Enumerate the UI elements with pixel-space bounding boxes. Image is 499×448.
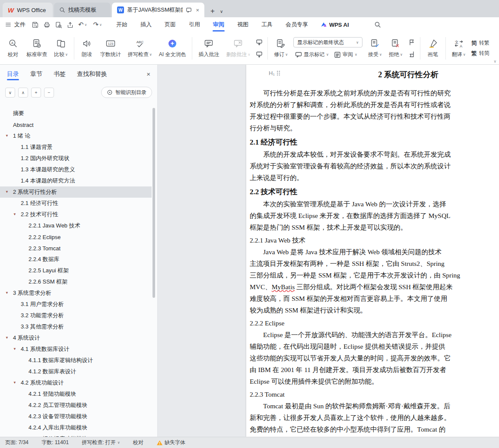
undo-button[interactable]: ↶: [78, 21, 84, 28]
toc-item[interactable]: 2.2.1 Java Web 技术: [0, 220, 152, 231]
ink-brush-button[interactable]: 画笔: [423, 36, 442, 60]
toc-item[interactable]: ▼2 系统可行性分析: [0, 186, 152, 198]
reject-revision-button[interactable]: 拒绝∨: [386, 36, 406, 60]
document-page[interactable]: H₁ 2 系统可行性分析 可行性分析是在开发系统之前对系统的开发是否有可行性的研…: [246, 65, 499, 437]
toc-item[interactable]: 2.2.3 Tomcat: [0, 243, 152, 254]
print-button[interactable]: [43, 21, 51, 28]
menu-tab-引用[interactable]: 引用: [182, 17, 207, 32]
toc-item[interactable]: 4.2.2 员工管理功能模块: [0, 400, 152, 411]
sidebar-tab-目录[interactable]: 目录: [7, 65, 19, 83]
undo-history-caret-icon[interactable]: ∨: [85, 23, 87, 27]
toc-item[interactable]: ▼4 系统设计: [0, 332, 152, 344]
drag-handle-icon[interactable]: [277, 70, 280, 76]
read-aloud-button[interactable]: 朗读: [77, 36, 96, 60]
sidebar-tab-查找和替换[interactable]: 查找和替换: [77, 65, 107, 83]
spell-check-button[interactable]: ABC 拼写检查∨: [125, 36, 155, 60]
menu-tab-插入[interactable]: 插入: [134, 17, 158, 32]
toc-item[interactable]: 4.2.5 报修报废功能模块: [0, 433, 152, 437]
file-menu-button[interactable]: 文件: [5, 21, 25, 28]
previous-revision-button[interactable]: [407, 38, 417, 47]
markup-state-select[interactable]: 显示标记的最终状态 ∨: [293, 37, 362, 47]
toc-item[interactable]: 1.3 本课题研究的意义: [0, 164, 152, 175]
toc-item[interactable]: 2.1 经济可行性: [0, 198, 152, 209]
heading-level-badge[interactable]: H₁: [269, 70, 280, 76]
smart-toc-button[interactable]: 智能识别目录: [101, 87, 152, 98]
tab-template[interactable]: 找稿壳模板: [54, 3, 111, 17]
collapse-all-button[interactable]: ∨: [5, 88, 15, 98]
close-sidebar-icon[interactable]: ×: [146, 70, 150, 78]
toc-item[interactable]: 4.2.4 入库出库功能模块: [0, 422, 152, 433]
toc-item[interactable]: 2.2.2 Eclipse: [0, 231, 152, 243]
translate-button[interactable]: 文 A 翻译∨: [449, 36, 469, 60]
toc-item[interactable]: ▼2.2 技术可行性: [0, 209, 152, 220]
redo-history-caret-icon[interactable]: ∨: [99, 23, 102, 27]
standard-review-button[interactable]: 标准审查: [23, 36, 50, 60]
ai-polish-button[interactable]: AI 全文润色: [156, 36, 189, 60]
toc-item[interactable]: ▼4.1 系统数据库设计: [0, 344, 152, 355]
toc-item[interactable]: 4.2.3 设备管理功能模块: [0, 411, 152, 422]
tab-document[interactable]: W 基于JAVA和SSM框架的实验室 ×: [112, 3, 204, 17]
toc-expand-arrow-icon[interactable]: ▼: [5, 190, 9, 194]
menu-tab-会员专享[interactable]: 会员专享: [279, 17, 315, 32]
toc-item[interactable]: 3.2 功能需求分析: [0, 310, 152, 321]
export-button[interactable]: [67, 21, 74, 28]
missing-font-warning[interactable]: 缺失字体: [156, 439, 185, 446]
collapse-ribbon-chevron-icon[interactable]: ∨: [493, 59, 496, 63]
toc-item[interactable]: 1.2 国内外研究现状: [0, 153, 152, 164]
toc-item[interactable]: 3.3 其他需求分析: [0, 321, 152, 332]
toc-item[interactable]: 1.4 本课题的研究方法: [0, 175, 152, 186]
toc-item[interactable]: ▼3 系统需求分析: [0, 287, 152, 299]
menu-tab-页面[interactable]: 页面: [158, 17, 182, 32]
accept-revision-button[interactable]: 接受∨: [365, 36, 385, 60]
toc-item[interactable]: 摘要: [0, 108, 152, 119]
previous-comment-button[interactable]: [254, 38, 264, 47]
toc-item[interactable]: 4.1.1 数据库逻辑结构设计: [0, 355, 152, 366]
track-changes-button[interactable]: 修订∨: [271, 36, 291, 60]
insert-comment-button[interactable]: 插入批注: [195, 36, 222, 60]
toc-expand-arrow-icon[interactable]: ▼: [13, 347, 16, 351]
expand-all-button[interactable]: ∧: [18, 88, 28, 98]
toc-item[interactable]: 1.1 课题背景: [0, 142, 152, 153]
zoom-in-button[interactable]: +: [31, 88, 41, 98]
toc-expand-arrow-icon[interactable]: ▼: [13, 381, 16, 385]
toc-item[interactable]: 3.1 用户需求分析: [0, 299, 152, 310]
toc-item[interactable]: 2.2.4 数据库: [0, 254, 152, 265]
wps-ai-button[interactable]: WPS AI: [315, 22, 355, 28]
toc-item[interactable]: ▼4.2 系统功能设计: [0, 377, 152, 388]
show-markup-button[interactable]: 显示标记 ∨: [293, 50, 331, 59]
sidebar-tab-书签[interactable]: 书签: [54, 65, 66, 83]
next-revision-button[interactable]: [407, 50, 417, 59]
toc-item[interactable]: 2.2.5 Layui 框架: [0, 265, 152, 276]
spellcheck-toggle[interactable]: 拼写检查: 打开 ∨: [82, 439, 120, 446]
toc-expand-arrow-icon[interactable]: ▼: [5, 291, 9, 295]
toc-item[interactable]: 4.2.1 登陆功能模块: [0, 388, 152, 400]
toc-item[interactable]: 2.2.6 SSM 框架: [0, 276, 152, 287]
compare-button[interactable]: 比较∨: [51, 36, 71, 60]
print-preview-button[interactable]: [55, 21, 62, 28]
page-indicator[interactable]: 页面: 7/34: [5, 439, 29, 446]
to-simplified-button[interactable]: 繁 转简: [471, 50, 489, 57]
menu-tab-审阅[interactable]: 审阅: [207, 17, 231, 32]
search-button[interactable]: [374, 21, 381, 28]
toc-expand-arrow-icon[interactable]: ▼: [5, 336, 9, 340]
proofread-status[interactable]: 校对: [133, 439, 143, 446]
tab-list-chevron-icon[interactable]: ∨: [219, 9, 226, 17]
next-comment-button[interactable]: [254, 50, 264, 59]
redo-button[interactable]: ↷: [93, 21, 99, 28]
menu-tab-工具[interactable]: 工具: [255, 17, 279, 32]
sidebar-scrollbar[interactable]: [153, 108, 155, 298]
toc-item[interactable]: ▼1 绪 论: [0, 130, 152, 142]
menu-tab-开始[interactable]: 开始: [110, 17, 134, 32]
new-tab-button[interactable]: +: [204, 7, 219, 17]
toc-item[interactable]: 4.1.2 数据库表设计: [0, 366, 152, 377]
sidebar-tab-章节[interactable]: 章节: [30, 65, 42, 83]
menu-tab-视图[interactable]: 视图: [231, 17, 255, 32]
save-button[interactable]: [32, 21, 39, 28]
proofread-button[interactable]: A 校对: [3, 36, 22, 60]
tab-wps-home[interactable]: W WPS Office: [3, 3, 53, 17]
to-traditional-button[interactable]: 简 转繁: [471, 39, 489, 47]
close-tab-icon[interactable]: ×: [196, 7, 199, 13]
toc-expand-arrow-icon[interactable]: ▼: [5, 134, 9, 138]
toc-expand-arrow-icon[interactable]: ▼: [13, 213, 16, 216]
zoom-out-button[interactable]: −: [44, 88, 54, 98]
